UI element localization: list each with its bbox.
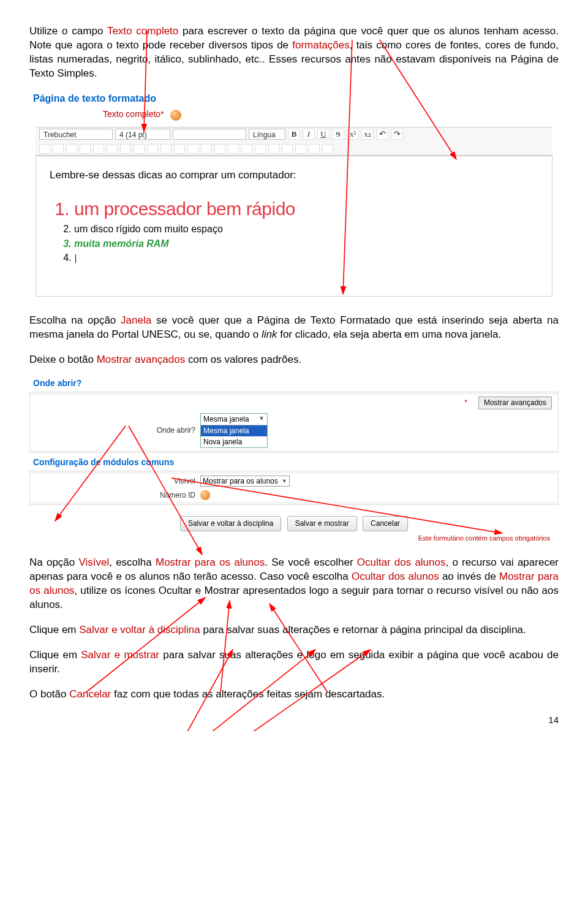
- salvar-mostrar-paragraph: Clique em Salvar e mostrar para salvar s…: [29, 648, 559, 677]
- underline-button[interactable]: U: [317, 129, 330, 140]
- search-icon[interactable]: [295, 144, 306, 154]
- editor-toolbar: Trebuchet 4 (14 pt) Língua B I U S x² x₂…: [36, 127, 552, 156]
- list-item-3: muita memória RAM: [74, 237, 538, 251]
- fullscreen-icon[interactable]: [322, 144, 333, 154]
- visivel-label: Visível: [36, 476, 195, 486]
- dropdown-option-mesma[interactable]: Mesma janela: [201, 425, 267, 436]
- table-icon[interactable]: [255, 144, 266, 154]
- janela-paragraph: Escolha na opção Janela se você quer que…: [29, 314, 559, 342]
- editor-section-title: Página de texto formatado: [33, 92, 559, 105]
- list-bul-icon[interactable]: [134, 144, 145, 154]
- form-buttons: Salvar e voltar à disciplina Salvar e mo…: [29, 516, 559, 531]
- rtl-icon[interactable]: [107, 144, 118, 154]
- numero-id-label: Número ID: [36, 490, 195, 500]
- ltr-icon[interactable]: [93, 144, 104, 154]
- list-item-2: um disco rígido com muito espaço: [74, 222, 538, 237]
- bgcolor-icon[interactable]: [187, 144, 198, 154]
- help-icon[interactable]: [200, 490, 210, 500]
- page-number: 14: [548, 714, 559, 726]
- sup-button[interactable]: x²: [347, 129, 359, 140]
- textcolor-icon[interactable]: [174, 144, 185, 154]
- outdent-icon[interactable]: [147, 144, 158, 154]
- editor-screenshot: Página de texto formatado Texto completo…: [29, 92, 559, 297]
- cancelar-paragraph: O botão Cancelar faz com que todas as al…: [29, 688, 559, 702]
- chevron-down-icon: ▼: [258, 414, 265, 424]
- salvar-voltar-button[interactable]: Salvar e voltar à disciplina: [180, 516, 281, 531]
- indent-icon[interactable]: [160, 144, 172, 154]
- ref-texto-completo: Texto completo: [107, 25, 178, 37]
- editor-field-label: Texto completo*: [103, 108, 559, 120]
- editor-prompt: Lembre-se dessas dicas ao comprar um com…: [50, 169, 538, 183]
- strike-button[interactable]: S: [332, 129, 344, 140]
- undo-button[interactable]: ↶: [376, 129, 388, 140]
- size-select[interactable]: 4 (14 pt): [115, 129, 170, 140]
- editor-content[interactable]: Lembre-se dessas dicas ao comprar um com…: [36, 156, 552, 297]
- required-note: Este formulário contém campos obrigatóri…: [29, 534, 550, 543]
- visivel-paragraph: Na opção Visível, escolha Mostrar para o…: [29, 556, 559, 612]
- html-icon[interactable]: [309, 144, 320, 154]
- style-select[interactable]: [173, 129, 246, 140]
- link-icon[interactable]: [214, 144, 225, 154]
- salvar-voltar-paragraph: Clique em Salvar e voltar à disciplina p…: [29, 623, 559, 637]
- chevron-down-icon: ▼: [282, 477, 287, 485]
- required-star: *: [464, 398, 467, 408]
- lang-select[interactable]: Língua: [249, 129, 285, 140]
- ref-janela: Janela: [121, 314, 151, 326]
- align-right-icon[interactable]: [66, 144, 77, 154]
- font-select[interactable]: Trebuchet: [39, 129, 113, 140]
- ref-formatacoes: formatações: [292, 39, 350, 51]
- list-num-icon[interactable]: [120, 144, 131, 154]
- ref-mostrar-avancados: Mostrar avançados: [97, 354, 186, 365]
- onde-abrir-dropdown[interactable]: Mesma janela▼ Mesma janela Nova janela: [200, 413, 268, 449]
- dropdown-option-nova[interactable]: Nova janela: [201, 436, 267, 447]
- align-center-icon[interactable]: [53, 144, 64, 154]
- hr-icon[interactable]: [201, 144, 212, 154]
- onde-abrir-label: Onde abrir?: [36, 425, 195, 435]
- image-icon[interactable]: [241, 144, 252, 154]
- redo-button[interactable]: ↷: [391, 129, 403, 140]
- visivel-select[interactable]: Mostrar para os alunos ▼: [200, 476, 290, 487]
- smiley-icon[interactable]: [268, 144, 279, 154]
- config-modulos-heading: Configuração de módulos comuns: [33, 457, 559, 468]
- salvar-mostrar-button[interactable]: Salvar e mostrar: [287, 516, 357, 531]
- sub-button[interactable]: x₂: [361, 129, 374, 140]
- svg-line-8: [221, 601, 230, 693]
- align-justify-icon[interactable]: [80, 144, 91, 154]
- align-left-icon[interactable]: [39, 144, 50, 154]
- bold-button[interactable]: B: [288, 129, 300, 140]
- unlink-icon[interactable]: [228, 144, 239, 154]
- intro-paragraph: Utilize o campo Texto completo para escr…: [29, 25, 559, 81]
- char-icon[interactable]: [282, 144, 293, 154]
- avancados-paragraph: Deixe o botão Mostrar avançados com os v…: [29, 353, 559, 367]
- help-icon[interactable]: [170, 110, 181, 121]
- list-item-1: um processador bem rápido: [74, 196, 538, 222]
- cancelar-button[interactable]: Cancelar: [363, 516, 408, 531]
- settings-screenshot: Onde abrir? * Mostrar avançados Onde abr…: [29, 378, 559, 542]
- list-item-4: [74, 251, 538, 265]
- onde-abrir-heading: Onde abrir?: [33, 378, 559, 389]
- italic-button[interactable]: I: [303, 129, 315, 140]
- mostrar-avancados-button[interactable]: Mostrar avançados: [478, 397, 552, 409]
